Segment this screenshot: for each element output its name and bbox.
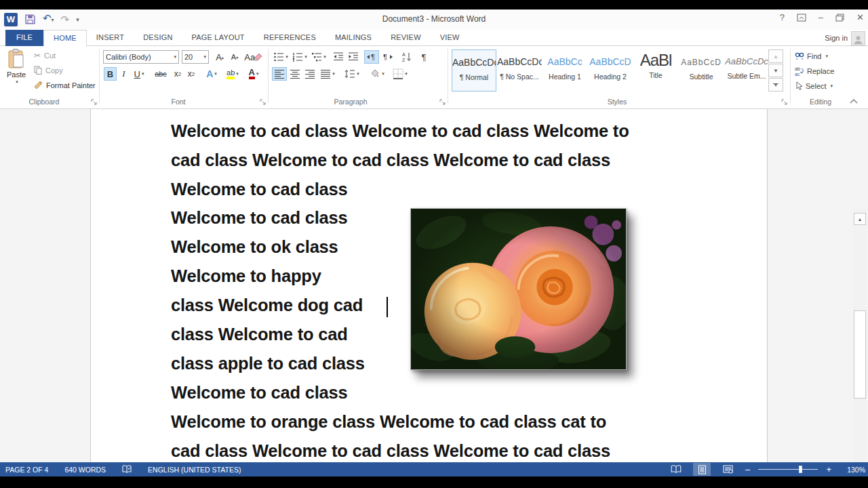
rose-photo[interactable] <box>410 208 627 370</box>
word-window: W ↶▾ ↷ ▾ Document3 - Microsoft Word ? – … <box>0 9 868 476</box>
line-spacing-button[interactable]: ▾ <box>342 67 361 81</box>
language-indicator[interactable]: ENGLISH (UNITED STATES) <box>148 466 241 474</box>
format-painter-button[interactable]: Format Painter <box>34 81 96 89</box>
restore-icon[interactable] <box>835 14 844 22</box>
style-preview: AaBbCcD <box>679 58 724 67</box>
tab-page-layout[interactable]: PAGE LAYOUT <box>182 30 254 46</box>
zoom-in-button[interactable]: + <box>826 464 831 474</box>
bold-button[interactable]: B <box>104 67 117 81</box>
select-button[interactable]: Select ▾ <box>795 81 833 91</box>
avatar[interactable] <box>851 31 865 45</box>
zoom-thumb[interactable] <box>799 466 802 473</box>
style-preview: AaBbCcD <box>588 56 633 67</box>
underline-button[interactable]: U▾ <box>130 67 148 81</box>
tab-home[interactable]: HOME <box>43 30 87 47</box>
align-center-button[interactable] <box>288 67 302 81</box>
sort-button[interactable]: AZ <box>399 50 414 64</box>
right-to-left-icon: ¶ <box>382 52 393 62</box>
style-subtitle[interactable]: AaBbCcD Subtitle <box>679 49 724 92</box>
increase-indent-icon <box>348 52 359 62</box>
strikethrough-button[interactable]: abc <box>152 67 170 81</box>
tab-file[interactable]: FILE <box>5 30 43 46</box>
collapse-ribbon-icon[interactable] <box>849 98 859 104</box>
right-to-left-button[interactable]: ¶ <box>380 50 395 64</box>
scrollbar-thumb[interactable] <box>854 310 866 399</box>
close-icon[interactable]: ✕ <box>856 12 864 22</box>
page-indicator[interactable]: PAGE 2 OF 4 <box>5 466 48 474</box>
tab-references[interactable]: REFERENCES <box>254 30 326 46</box>
styles-gallery-more[interactable]: ▼ <box>768 78 783 92</box>
align-left-icon <box>274 68 285 79</box>
find-button[interactable]: Find ▾ <box>795 52 828 60</box>
style-heading1[interactable]: AaBbCc Heading 1 <box>542 49 587 92</box>
bullets-button[interactable]: ▾ <box>272 50 290 64</box>
scroll-up-icon[interactable]: ▲ <box>854 213 866 225</box>
style-title[interactable]: AaBl Title <box>633 49 678 92</box>
styles-scroll-down[interactable]: ▼ <box>768 64 783 77</box>
styles-dialog-launcher-icon[interactable] <box>781 99 789 106</box>
shading-button[interactable]: ▾ <box>367 67 387 81</box>
copy-button[interactable]: Copy <box>34 66 63 75</box>
clear-formatting-icon[interactable] <box>253 52 263 62</box>
style-preview: AaBbCcDc <box>452 57 496 68</box>
text-effects-button[interactable]: A▾ <box>202 67 221 81</box>
style-preview: AaBbCcDc <box>724 56 769 66</box>
sign-in-link[interactable]: Sign in <box>825 34 848 42</box>
style-no-spacing[interactable]: AaBbCcDc ¶ No Spac... <box>497 49 542 92</box>
text-effects-caret-icon: ▾ <box>214 71 217 77</box>
numbering-caret-icon: ▾ <box>304 54 307 60</box>
read-mode-button[interactable] <box>667 463 685 476</box>
font-color-button[interactable]: A▾ <box>244 67 263 81</box>
paste-button[interactable]: Paste ▾ <box>3 49 30 94</box>
replace-button[interactable]: abac Replace <box>795 66 834 76</box>
multilevel-list-button[interactable]: ▾ <box>310 50 328 64</box>
print-layout-button[interactable] <box>693 463 711 476</box>
document-page[interactable]: Welcome to cad class Welcome to cad clas… <box>90 109 768 462</box>
zoom-out-button[interactable]: − <box>745 464 750 475</box>
cut-button[interactable]: ✂ Cut <box>34 51 56 60</box>
print-layout-icon <box>698 465 707 474</box>
copy-icon <box>34 66 42 75</box>
justify-button[interactable]: ▾ <box>318 67 337 81</box>
zoom-level[interactable]: 130% <box>840 466 865 474</box>
tab-insert[interactable]: INSERT <box>87 30 134 46</box>
help-icon[interactable]: ? <box>780 12 785 22</box>
tab-mailings[interactable]: MAILINGS <box>326 30 381 46</box>
paragraph-group-label: Paragraph <box>320 98 381 106</box>
superscript-button[interactable]: x2 <box>184 67 198 81</box>
highlight-color-button[interactable]: ab▾ <box>222 67 243 81</box>
tab-design[interactable]: DESIGN <box>134 30 182 46</box>
shrink-font-label: A <box>231 53 236 61</box>
tab-view[interactable]: VIEW <box>431 30 469 46</box>
word-count[interactable]: 640 WORDS <box>64 466 106 474</box>
paragraph-dialog-launcher-icon[interactable] <box>439 99 447 106</box>
font-dialog-launcher-icon[interactable] <box>260 99 267 106</box>
style-subtle-emphasis[interactable]: AaBbCcDc Subtle Em... <box>724 49 769 92</box>
decrease-indent-button[interactable] <box>332 50 345 64</box>
font-size-combo[interactable]: 20 ▾ <box>182 50 209 64</box>
styles-scroll-up[interactable]: ▲ <box>768 49 783 63</box>
clipboard-dialog-launcher-icon[interactable] <box>91 99 98 106</box>
tab-review[interactable]: REVIEW <box>381 30 431 46</box>
grow-font-button[interactable]: A▴ <box>213 50 226 64</box>
vertical-scrollbar[interactable]: ▲ <box>853 209 867 462</box>
increase-indent-button[interactable] <box>347 50 360 64</box>
zoom-slider[interactable] <box>758 463 818 476</box>
italic-button[interactable]: I <box>119 67 129 81</box>
proofing-icon[interactable] <box>122 465 132 474</box>
subscript-button[interactable]: x2 <box>171 67 184 81</box>
style-normal[interactable]: AaBbCcDc ¶ Normal <box>452 49 496 92</box>
font-family-combo[interactable]: Calibri (Body) ▾ <box>103 50 179 64</box>
numbering-button[interactable]: ▾ <box>291 50 309 64</box>
borders-button[interactable]: ▾ <box>390 67 410 81</box>
left-to-right-button[interactable]: ¶ <box>364 50 379 64</box>
style-heading2[interactable]: AaBbCcD Heading 2 <box>588 49 633 92</box>
shrink-font-button[interactable]: A▾ <box>228 50 241 64</box>
minimize-icon[interactable]: – <box>818 12 823 22</box>
align-right-button[interactable] <box>303 67 317 81</box>
show-paragraph-marks-button[interactable]: ¶ <box>417 50 431 64</box>
ribbon-display-options-icon[interactable] <box>797 14 806 22</box>
web-layout-button[interactable] <box>719 463 736 476</box>
align-left-button[interactable] <box>272 67 287 81</box>
select-caret-icon: ▾ <box>831 83 833 89</box>
